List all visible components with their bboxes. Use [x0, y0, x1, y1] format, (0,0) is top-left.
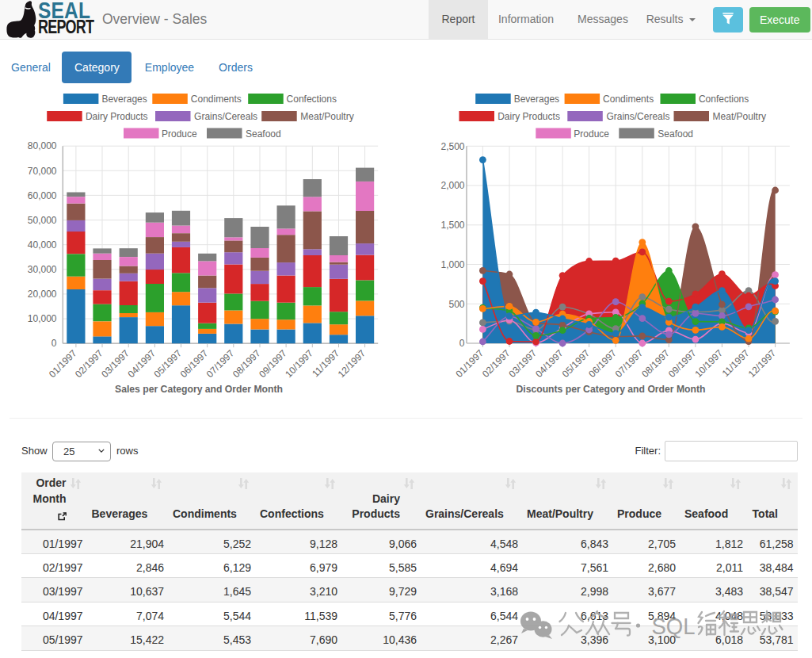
svg-text:07/1997: 07/1997	[204, 347, 237, 380]
svg-text:2,500: 2,500	[440, 141, 464, 152]
svg-text:02/1997: 02/1997	[73, 347, 105, 380]
svg-text:50,000: 50,000	[28, 215, 57, 226]
svg-text:500: 500	[448, 299, 464, 310]
svg-text:10/1997: 10/1997	[283, 347, 315, 380]
svg-text:08/1997: 08/1997	[639, 347, 672, 380]
svg-text:30,000: 30,000	[28, 264, 57, 275]
svg-text:Produce: Produce	[162, 128, 197, 140]
svg-text:Grains/Cereals: Grains/Cereals	[194, 111, 257, 122]
svg-text:80,000: 80,000	[28, 140, 57, 151]
svg-text:03/1997: 03/1997	[507, 347, 539, 380]
svg-text:20,000: 20,000	[28, 289, 57, 300]
svg-text:05/1997: 05/1997	[560, 347, 593, 380]
svg-text:07/1997: 07/1997	[613, 347, 646, 380]
svg-text:Grains/Cereals: Grains/Cereals	[606, 111, 669, 122]
svg-text:Beverages: Beverages	[514, 94, 559, 105]
svg-text:0: 0	[51, 338, 57, 349]
svg-text:Sales per Category and Order M: Sales per Category and Order Month	[115, 384, 283, 395]
svg-text:Dairy Products: Dairy Products	[497, 111, 560, 122]
svg-text:11/1997: 11/1997	[310, 347, 341, 379]
svg-text:06/1997: 06/1997	[586, 347, 619, 380]
svg-text:40,000: 40,000	[28, 239, 57, 251]
svg-text:10,000: 10,000	[28, 313, 57, 324]
svg-text:2,000: 2,000	[440, 180, 464, 191]
svg-text:1,500: 1,500	[440, 220, 464, 231]
svg-text:04/1997: 04/1997	[533, 347, 566, 380]
svg-text:Seafood: Seafood	[658, 128, 693, 140]
svg-text:Confections: Confections	[699, 94, 749, 105]
svg-text:02/1997: 02/1997	[480, 347, 513, 380]
svg-text:Seafood: Seafood	[246, 128, 281, 140]
svg-text:12/1997: 12/1997	[336, 347, 368, 380]
svg-text:Condiments: Condiments	[191, 94, 242, 105]
svg-text:Beverages: Beverages	[101, 94, 147, 105]
svg-text:01/1997: 01/1997	[453, 347, 486, 380]
svg-text:Confections: Confections	[287, 94, 337, 105]
svg-text:Meat/Poultry: Meat/Poultry	[713, 111, 766, 122]
svg-text:Produce: Produce	[574, 128, 609, 140]
svg-text:Dairy Products: Dairy Products	[86, 111, 148, 122]
svg-text:06/1997: 06/1997	[178, 347, 211, 380]
svg-text:0: 0	[459, 338, 465, 349]
svg-text:12/1997: 12/1997	[746, 347, 779, 380]
svg-text:09/1997: 09/1997	[257, 347, 289, 380]
svg-text:01/1997: 01/1997	[47, 347, 79, 380]
svg-text:09/1997: 09/1997	[666, 347, 699, 380]
svg-text:05/1997: 05/1997	[152, 347, 185, 380]
svg-text:11/1997: 11/1997	[720, 347, 752, 379]
svg-text:08/1997: 08/1997	[231, 347, 263, 380]
svg-text:Discounts per Category and Ord: Discounts per Category and Order Month	[516, 384, 705, 395]
svg-text:70,000: 70,000	[28, 166, 57, 177]
svg-text:03/1997: 03/1997	[99, 347, 132, 380]
svg-text:60,000: 60,000	[28, 190, 57, 201]
svg-text:1,000: 1,000	[440, 259, 464, 270]
svg-text:Condiments: Condiments	[603, 94, 654, 105]
svg-text:10/1997: 10/1997	[692, 347, 725, 380]
svg-text:04/1997: 04/1997	[125, 347, 158, 380]
svg-text:Meat/Poultry: Meat/Poultry	[300, 111, 353, 122]
